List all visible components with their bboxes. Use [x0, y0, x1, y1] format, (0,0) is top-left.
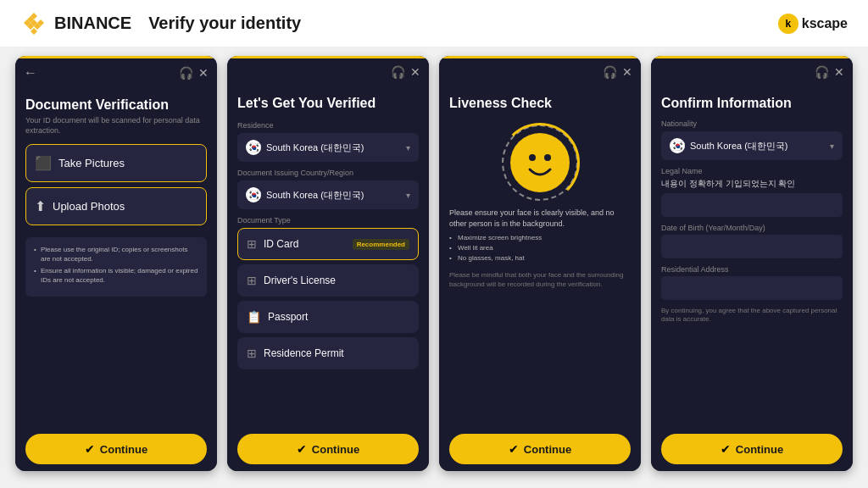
screen1-subtitle: Your ID document will be scanned for per…	[25, 116, 207, 136]
nationality-label: Nationality	[661, 119, 843, 128]
legal-name-text: 내용이 정확하게 기입되었는지 확인	[661, 178, 843, 190]
screen4-header: 🎧 ✕	[651, 58, 853, 86]
close-icon4[interactable]: ✕	[834, 65, 844, 79]
header-icons: 🎧 ✕	[179, 66, 209, 80]
checkmark-icon3: ✔	[509, 442, 519, 456]
screen-get-verified: 🎧 ✕ Let's Get You Verified Residence Sou…	[227, 56, 429, 471]
nationality-select-left: South Korea (대한민국)	[670, 138, 788, 153]
dob-label: Date of Birth (Year/Month/Day)	[661, 224, 843, 232]
id-card-icon: ⊞	[247, 237, 257, 251]
page-title: Verify your identity	[148, 14, 301, 33]
doc-type-passport[interactable]: 📋 Passport	[237, 301, 419, 333]
checkmark-icon2: ✔	[297, 442, 307, 456]
screen3-title: Liveness Check	[449, 96, 631, 111]
passport-label: Passport	[268, 311, 409, 323]
screen4-continue-label: Continue	[736, 443, 783, 456]
screen4-continue-bar: ✔ Continue	[651, 427, 853, 471]
screen3-continue-bar: ✔ Continue	[439, 427, 641, 471]
screen-document-verification: ← 🎧 ✕ Document Verification Your ID docu…	[15, 56, 217, 471]
back-icon[interactable]: ←	[24, 65, 37, 80]
kscape-text: kscape	[802, 16, 848, 31]
liveness-description: Please ensure your face is clearly visib…	[449, 208, 631, 229]
info-box: Please use the original ID; copies or sc…	[25, 237, 207, 297]
screen1-header: ← 🎧 ✕	[15, 58, 217, 87]
legal-name-input[interactable]	[661, 193, 843, 217]
close-icon[interactable]: ✕	[198, 66, 209, 80]
checkmark-icon: ✔	[85, 442, 95, 456]
binance-text: BINANCE	[54, 14, 131, 33]
screen1-continue-button[interactable]: ✔ Continue	[25, 434, 207, 464]
doc-type-list: ⊞ ID Card Recommended ⊞ Driver's License…	[237, 228, 419, 417]
drivers-license-label: Driver's License	[264, 274, 409, 286]
drivers-license-icon: ⊞	[247, 274, 257, 287]
binance-logo-icon	[20, 10, 47, 37]
passport-icon: 📋	[247, 310, 261, 324]
chevron-down-icon3: ▾	[830, 141, 834, 151]
screen1-continue-label: Continue	[100, 443, 147, 456]
residence-value: South Korea (대한민국)	[266, 141, 364, 154]
screen4-title: Confirm Information	[661, 96, 843, 111]
agree-text: By continuing, you agree that the above …	[661, 307, 843, 324]
liveness-face-area	[449, 114, 631, 208]
residence-label: Residence	[237, 121, 419, 130]
residence-permit-label: Residence Permit	[264, 347, 409, 359]
info-item-1: Please use the original ID; copies or sc…	[34, 246, 198, 263]
nationality-select[interactable]: South Korea (대한민국) ▾	[661, 131, 843, 160]
chevron-down-icon: ▾	[406, 143, 410, 152]
header-icons4: 🎧 ✕	[815, 65, 844, 79]
doc-type-id-card[interactable]: ⊞ ID Card Recommended	[237, 228, 419, 260]
chevron-down-icon2: ▾	[406, 191, 410, 200]
dob-input[interactable]	[661, 235, 843, 258]
address-label: Residential Address	[661, 265, 843, 274]
doc-issuing-select[interactable]: South Korea (대한민국) ▾	[237, 180, 419, 209]
liveness-footer-text: Please be mindful that both your face an…	[449, 271, 631, 289]
screen2-title: Let's Get You Verified	[237, 96, 419, 111]
recommended-badge: Recommended	[353, 239, 409, 250]
screen-confirm-information: 🎧 ✕ Confirm Information Nationality Sout…	[651, 56, 853, 471]
liveness-bullet-3: No glasses, mask, hat	[449, 254, 631, 262]
headset-icon2[interactable]: 🎧	[391, 65, 405, 79]
nationality-value: South Korea (대한민국)	[690, 140, 788, 152]
headset-icon4[interactable]: 🎧	[815, 65, 829, 79]
close-icon3[interactable]: ✕	[622, 65, 632, 79]
headset-icon[interactable]: 🎧	[179, 66, 193, 80]
header-icons2: 🎧 ✕	[391, 65, 420, 79]
screen2-header: 🎧 ✕	[227, 58, 429, 86]
screen1-content: Document Verification Your ID document w…	[15, 87, 217, 427]
screen4-continue-button[interactable]: ✔ Continue	[661, 434, 843, 464]
screen3-continue-button[interactable]: ✔ Continue	[449, 434, 631, 464]
doc-type-label: Document Type	[237, 216, 419, 225]
address-input[interactable]	[661, 276, 843, 300]
doc-issuing-value: South Korea (대한민국)	[266, 189, 364, 202]
take-pictures-label: Take Pictures	[58, 157, 125, 169]
liveness-bullet-2: Well lit area	[449, 244, 631, 252]
liveness-bullets-list: Maximize screen brightness Well lit area…	[449, 234, 631, 264]
residence-select-left: South Korea (대한민국)	[246, 140, 364, 155]
brand-section: BINANCE Verify your identity	[20, 10, 301, 37]
upload-photos-label: Upload Photos	[53, 200, 125, 213]
korea-flag	[246, 140, 261, 155]
screen3-content: Liveness Check Please ensure your face i…	[439, 86, 641, 427]
headset-icon3[interactable]: 🎧	[603, 65, 617, 79]
face-progress-ring	[500, 123, 580, 202]
screen1-title: Document Verification	[25, 97, 207, 113]
screen2-content: Let's Get You Verified Residence South K…	[227, 86, 429, 427]
screens-container: ← 🎧 ✕ Document Verification Your ID docu…	[0, 47, 868, 488]
doc-type-drivers-license[interactable]: ⊞ Driver's License	[237, 264, 419, 297]
kscape-brand: k kscape	[778, 14, 848, 34]
take-pictures-btn[interactable]: ⬛ Take Pictures	[25, 144, 207, 182]
doc-type-residence-permit[interactable]: ⊞ Residence Permit	[237, 337, 419, 369]
upload-photos-btn[interactable]: ⬆ Upload Photos	[25, 187, 207, 225]
close-icon2[interactable]: ✕	[410, 65, 420, 79]
upload-icon: ⬆	[35, 198, 46, 214]
residence-select[interactable]: South Korea (대한민국) ▾	[237, 133, 419, 162]
doc-issuing-left: South Korea (대한민국)	[246, 187, 364, 202]
camera-icon: ⬛	[35, 155, 52, 171]
liveness-bullet-1: Maximize screen brightness	[449, 234, 631, 241]
id-card-label: ID Card	[264, 238, 346, 250]
screen2-continue-button[interactable]: ✔ Continue	[237, 434, 419, 464]
screen2-continue-bar: ✔ Continue	[227, 427, 429, 471]
residence-permit-icon: ⊞	[247, 347, 257, 360]
kscape-icon: k	[778, 14, 798, 34]
checkmark-icon4: ✔	[721, 442, 731, 456]
